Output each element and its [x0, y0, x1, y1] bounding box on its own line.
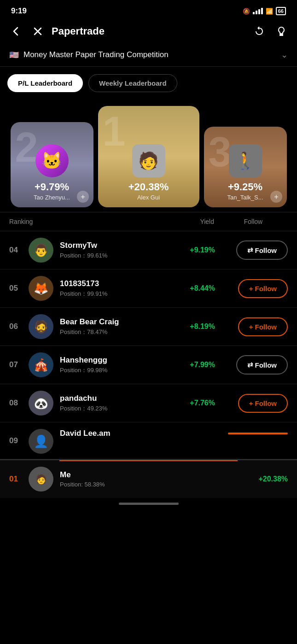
- me-name: Me: [60, 470, 258, 480]
- nav-bar: Papertrade: [0, 19, 297, 43]
- podium-rank-2-name: Tao Zhenyu...: [34, 194, 70, 201]
- podium: 2 🐱 +9.79% Tao Zhenyu... ＋ 1 🧑 +20.38% A…: [0, 97, 297, 212]
- back-button[interactable]: [7, 23, 24, 40]
- row-yield-04: +9.19%: [182, 246, 219, 254]
- nav-actions: [251, 23, 290, 40]
- table-row: 06 🧔 Bear Bear Craig Position：78.47% +8.…: [0, 308, 297, 346]
- row-info-04: StormyTw Position：99.61%: [53, 241, 182, 260]
- me-position: Position: 58.38%: [60, 481, 258, 488]
- row-name-09: David Lee.am: [60, 429, 219, 438]
- th-follow: Follow: [219, 218, 288, 225]
- me-yield: +20.38%: [258, 475, 288, 483]
- table-row: 09 👤 David Lee.am: [0, 422, 297, 459]
- follow-button-08[interactable]: + Follow: [238, 394, 288, 413]
- podium-rank-2-yield: +9.79%: [35, 181, 69, 193]
- th-yield: Yield: [177, 218, 219, 225]
- home-indicator: [0, 498, 297, 509]
- me-rank: 01: [9, 474, 29, 484]
- row-yield-06: +8.19%: [182, 322, 219, 331]
- row-position-05: Position：99.91%: [60, 290, 182, 298]
- podium-rank-1-yield: +20.38%: [128, 181, 169, 193]
- row-avatar-04: 👨: [29, 238, 53, 263]
- row-rank-04: 04: [9, 246, 29, 255]
- follow-button-05[interactable]: + Follow: [238, 279, 288, 298]
- row-info-09: David Lee.am: [53, 429, 219, 438]
- battery-icon: 66: [276, 7, 286, 15]
- nav-title: Papertrade: [52, 25, 245, 37]
- me-avatar: 🧑: [29, 467, 53, 492]
- row-avatar-06: 🧔: [29, 314, 53, 339]
- close-button[interactable]: [29, 23, 46, 40]
- bell-mute-icon: 🔕: [243, 8, 250, 15]
- th-ranking: Ranking: [9, 218, 69, 225]
- row-rank-07: 07: [9, 360, 29, 369]
- row-rank-05: 05: [9, 284, 29, 293]
- row-follow-04: ⇄ Follow: [219, 240, 288, 260]
- separator-line: [59, 460, 238, 461]
- row-name-04: StormyTw: [60, 241, 182, 250]
- home-bar: [119, 503, 179, 505]
- me-row: 01 🧑 Me Position: 58.38% +20.38%: [0, 459, 297, 498]
- tab-weekly-leaderboard[interactable]: Weekly Leaderboard: [88, 74, 177, 92]
- row-avatar-08: 🐼: [29, 391, 53, 416]
- podium-rank-3-avatar: 🚶: [229, 144, 262, 177]
- podium-rank-3: 3 🚶 +9.25% Tan_Talk_S... ＋: [204, 127, 287, 207]
- competition-flag: 🇺🇸: [9, 50, 19, 60]
- wifi-icon: 📶: [266, 8, 273, 15]
- lightbulb-button[interactable]: [273, 23, 290, 40]
- row-position-07: Position：99.98%: [60, 366, 182, 375]
- row-yield-08: +7.76%: [182, 399, 219, 407]
- row-position-08: Position：49.23%: [60, 404, 182, 413]
- podium-rank-3-yield: +9.25%: [228, 181, 262, 193]
- row-info-06: Bear Bear Craig Position：78.47%: [53, 317, 182, 336]
- status-icons: 🔕 📶 66: [243, 7, 286, 15]
- row-avatar-07: 🎪: [29, 352, 53, 377]
- rank-3-watermark: 3: [209, 131, 232, 173]
- table-row: 08 🐼 pandachu Position：49.23% +7.76% + F…: [0, 384, 297, 422]
- follow-button-07[interactable]: ⇄ Follow: [236, 355, 288, 375]
- row-avatar-09: 👤: [29, 429, 53, 454]
- podium-rank-2-avatar: 🐱: [35, 144, 69, 177]
- leaderboard-table: 04 👨 StormyTw Position：99.61% +9.19% ⇄ F…: [0, 231, 297, 459]
- row-rank-08: 08: [9, 398, 29, 408]
- row-rank-06: 06: [9, 322, 29, 331]
- status-time: 9:19: [11, 6, 27, 16]
- row-yield-07: +7.99%: [182, 361, 219, 369]
- row-name-06: Bear Bear Craig: [60, 317, 182, 327]
- competition-name: Money Master Paper Trading Competition: [23, 50, 169, 59]
- row-follow-08: + Follow: [219, 394, 288, 413]
- status-bar: 9:19 🔕 📶 66: [0, 0, 297, 19]
- follow-button-06[interactable]: + Follow: [238, 317, 288, 336]
- podium-rank-3-name: Tan_Talk_S...: [227, 194, 263, 201]
- row-info-05: 101835173 Position：99.91%: [53, 279, 182, 298]
- podium-rank-1: 1 🧑 +20.38% Alex Gui: [98, 106, 199, 207]
- competition-info: 🇺🇸 Money Master Paper Trading Competitio…: [9, 50, 169, 60]
- table-row: 05 🦊 101835173 Position：99.91% +8.44% + …: [0, 269, 297, 308]
- row-position-06: Position：78.47%: [60, 328, 182, 336]
- row-yield-05: +8.44%: [182, 284, 219, 293]
- row-name-07: Hanshenggg: [60, 356, 182, 365]
- podium-rank-3-follow-button[interactable]: ＋: [270, 191, 282, 203]
- podium-rank-1-name: Alex Gui: [137, 194, 160, 201]
- chevron-down-icon: ⌄: [281, 50, 288, 60]
- row-follow-06: + Follow: [219, 317, 288, 336]
- row-avatar-05: 🦊: [29, 276, 53, 301]
- row-rank-09: 09: [9, 436, 29, 445]
- rank-1-watermark: 1: [103, 111, 126, 152]
- refresh-button[interactable]: [251, 23, 268, 40]
- row-name-08: pandachu: [60, 394, 182, 403]
- row-name-05: 101835173: [60, 279, 182, 288]
- row-follow-05: + Follow: [219, 279, 288, 298]
- podium-rank-2: 2 🐱 +9.79% Tao Zhenyu... ＋: [11, 122, 93, 207]
- podium-rank-1-avatar: 🧑: [132, 144, 165, 177]
- podium-rank-2-follow-button[interactable]: ＋: [77, 191, 89, 203]
- row-follow-07: ⇄ Follow: [219, 355, 288, 375]
- row-info-08: pandachu Position：49.23%: [53, 394, 182, 413]
- tab-pl-leaderboard[interactable]: P/L Leaderboard: [7, 74, 83, 92]
- row-follow-09: [219, 429, 288, 434]
- follow-button-04[interactable]: ⇄ Follow: [236, 240, 288, 260]
- table-row: 07 🎪 Hanshenggg Position：99.98% +7.99% ⇄…: [0, 346, 297, 384]
- competition-bar[interactable]: 🇺🇸 Money Master Paper Trading Competitio…: [0, 43, 297, 67]
- rank-2-watermark: 2: [15, 127, 38, 168]
- row-position-04: Position：99.61%: [60, 252, 182, 260]
